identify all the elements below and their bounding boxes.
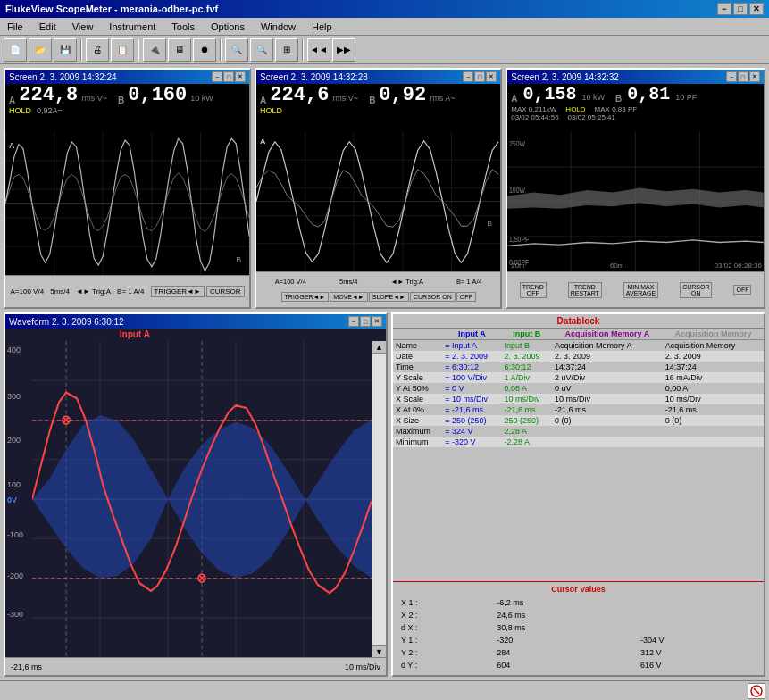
screen-2-min[interactable]: − <box>463 71 473 82</box>
tb-copy[interactable]: 📋 <box>111 38 134 62</box>
tb-screen[interactable]: 🖥 <box>168 38 191 62</box>
tb-next[interactable]: ▶▶ <box>332 38 355 62</box>
screen-3-min[interactable]: − <box>726 71 737 82</box>
row-time-mema: 14:37:24 <box>552 362 663 372</box>
screen-2-max[interactable]: □ <box>474 71 485 82</box>
trend-restart-btn[interactable]: TRENDRESTART <box>568 282 602 298</box>
col-header-memA: Acquisition Memory A <box>552 329 663 340</box>
row-date-mema: 2. 3. 2009 <box>552 351 663 362</box>
row-x0-b: -21,6 ms <box>501 404 552 415</box>
screen-2-title: Screen 2. 3. 2009 14:32:28 − □ ✕ <box>256 70 500 84</box>
svg-text:1,50PF: 1,50PF <box>509 236 529 245</box>
screen3-ch-b-val: 0,81 <box>627 86 670 104</box>
row-name-a: = Input A <box>442 340 501 352</box>
menu-view[interactable]: View <box>69 21 97 33</box>
svg-text:B: B <box>236 256 241 265</box>
tb-save[interactable]: 💾 <box>54 38 77 62</box>
row-date-a: = 2. 3. 2009 <box>442 351 501 362</box>
cursor-x1-val: -6,2 ms <box>493 597 635 608</box>
screen1-sub: 0,92A= <box>37 106 63 115</box>
tb-print[interactable]: 🖨 <box>86 38 109 62</box>
y-axis-m300: -300 <box>7 610 23 619</box>
y-axis-100: 100 <box>7 480 21 489</box>
datablock-title: Datablock <box>557 316 600 326</box>
table-row: Maximum = 324 V 2,28 A <box>393 426 764 437</box>
cursor-dy-label: d Y : <box>397 660 491 671</box>
screen3-ch-a-val: 0,158 <box>522 86 576 104</box>
row-x0-mem: -21,6 ms <box>663 404 764 415</box>
datablock-panel: Datablock Input A Input B Acquisition Me… <box>391 312 765 677</box>
menu-help[interactable]: Help <box>308 21 336 33</box>
trend-cursor-off-btn[interactable]: OFF <box>733 285 751 295</box>
screen-1-display: A B <box>5 132 249 275</box>
row-yscale-label: Y Scale <box>393 372 442 383</box>
cursor-values-header: Cursor Values <box>396 585 761 594</box>
screen2-cursor-on-btn[interactable]: CURSOR ON <box>410 292 456 302</box>
screen1-cursor-btn[interactable]: CURSOR <box>206 286 245 297</box>
tb-prev[interactable]: ◄◄ <box>307 38 330 62</box>
status-icon <box>748 683 765 699</box>
close-button[interactable]: ✕ <box>749 3 764 15</box>
screen-1-max[interactable]: □ <box>223 71 234 82</box>
cursor-row-x2: X 2 : 24,6 ms <box>397 610 759 621</box>
tb-zoom-in[interactable]: 🔍 <box>225 38 248 62</box>
screen2-slope-btn[interactable]: SLOPE◄► <box>369 292 409 302</box>
trend-minmax-btn[interactable]: MIN MAXAVERAGE <box>623 282 658 298</box>
table-row: X At 0% = -21,6 ms -21,6 ms -21,6 ms -21… <box>393 404 764 415</box>
y-axis-300: 300 <box>7 392 21 401</box>
trend-cursor-on-btn[interactable]: CURSORON <box>680 282 712 298</box>
waveform-title: Waveform 2. 3. 2009 6:30:12 − □ ✕ <box>5 314 386 329</box>
tb-open[interactable]: 📂 <box>29 38 52 62</box>
menu-file[interactable]: File <box>4 21 27 33</box>
svg-text:A: A <box>9 142 14 151</box>
waveform-max[interactable]: □ <box>360 316 371 327</box>
waveform-close[interactable]: ✕ <box>372 316 382 327</box>
screen-3-display: 250W 100W 1,50PF 0,00PF 20m 60m 03/02 06… <box>507 132 764 271</box>
waveform-window: Waveform 2. 3. 2009 6:30:12 − □ ✕ Input … <box>4 312 388 677</box>
tb-fit[interactable]: ⊞ <box>275 38 298 62</box>
trend-off-btn[interactable]: TRENDOFF <box>520 282 547 298</box>
screen-2-close[interactable]: ✕ <box>486 71 497 82</box>
screen3-time-scale: 20m <box>511 262 525 270</box>
cursor-y1-val: -320 <box>493 635 635 646</box>
maximize-button[interactable]: □ <box>733 3 748 15</box>
screen-1-min[interactable]: − <box>212 71 222 82</box>
table-row: Name = Input A Input B Acquisition Memor… <box>393 340 764 352</box>
menu-edit[interactable]: Edit <box>36 21 60 33</box>
screen-3: Screen 2. 3. 2009 14:32:32 − □ ✕ A 0,158… <box>506 68 765 309</box>
screen2-move-btn[interactable]: MOVE◄► <box>330 292 367 302</box>
menu-window[interactable]: Window <box>257 21 299 33</box>
row-date-b: 2. 3. 2009 <box>501 351 552 362</box>
row-name-mema: Acquisition Memory A <box>552 340 663 352</box>
row-xsize-label: X Size <box>393 415 442 426</box>
waveform-min[interactable]: − <box>348 316 359 327</box>
screen2-cursor-off-btn[interactable]: OFF <box>456 292 476 302</box>
row-yscale-mem: 16 mA/Div <box>663 372 764 383</box>
tb-connect[interactable]: 🔌 <box>143 38 166 62</box>
tb-new[interactable]: 📄 <box>4 38 27 62</box>
table-row: X Size = 250 (250) 250 (250) 0 (0) 0 (0) <box>393 415 764 426</box>
cursor-y1-label: Y 1 : <box>397 635 491 646</box>
row-name-mem: Acquisition Memory <box>663 340 764 352</box>
screen2-ch-b-unit: rms A~ <box>430 94 455 103</box>
screen-1-close[interactable]: ✕ <box>235 71 246 82</box>
minimize-button[interactable]: − <box>717 3 731 15</box>
tb-record[interactable]: ⏺ <box>193 38 216 62</box>
screen2-cursor-b: B= 1 A/4 <box>456 278 482 286</box>
row-xsize-mema: 0 (0) <box>552 415 663 426</box>
screen-1: Screen 2. 3. 2009 14:32:24 − □ ✕ A 224,8… <box>4 68 251 309</box>
tb-zoom-out[interactable]: 🔍 <box>250 38 273 62</box>
menu-options[interactable]: Options <box>207 21 248 33</box>
vertical-scrollbar[interactable]: ▲ ▼ <box>372 341 386 657</box>
screen-1-title: Screen 2. 3. 2009 14:32:24 − □ ✕ <box>5 70 249 84</box>
screen-3-close[interactable]: ✕ <box>749 71 760 82</box>
menu-tools[interactable]: Tools <box>168 21 198 33</box>
screen-3-max[interactable]: □ <box>738 71 748 82</box>
cursor-dy-val2: 616 V <box>637 660 759 671</box>
screen2-scale-b: 5ms/4 <box>339 278 357 286</box>
tb-sep2 <box>138 39 139 61</box>
menu-instrument[interactable]: Instrument <box>105 21 159 33</box>
screen2-trigger-btn[interactable]: TRIGGER◄► <box>281 292 330 302</box>
app-title: FlukeView ScopeMeter - merania-odber-pc.… <box>5 4 218 14</box>
screen1-trigger-btn[interactable]: TRIGGER◄► <box>151 286 205 297</box>
